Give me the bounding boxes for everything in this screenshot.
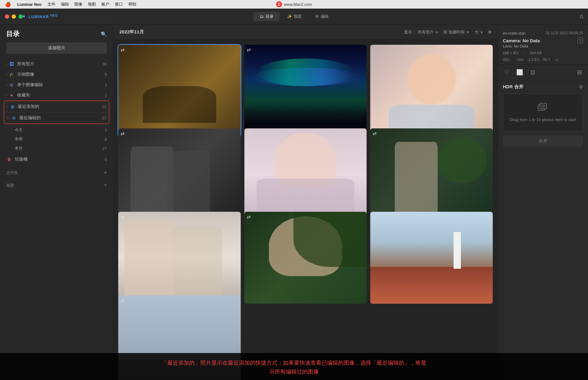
photo-thumb[interactable]: ⇄ <box>244 212 367 304</box>
chevron-right-icon: › <box>7 104 8 109</box>
maximize-button[interactable] <box>18 14 23 19</box>
sidebar-item-trash[interactable]: 🗑 垃圾桶 0 <box>0 154 113 165</box>
hdr-merge-button[interactable]: 合并 <box>503 135 583 146</box>
hdr-drop-text: Drag from 1 to 10 photos here to start <box>510 117 576 123</box>
sidebar-item-recent-added[interactable]: › ⊕ 最近添加的 11 <box>4 101 109 112</box>
exif-row: ISO - - mm -1.0 EV f/0.7 - s <box>503 58 583 62</box>
sidebar-header: 目录 🔍 <box>0 29 113 42</box>
app-name: Luminar Neo <box>17 2 41 7</box>
apple-menu[interactable]: 🍎 <box>5 2 11 7</box>
menubar: 🍎 Luminar Neo 文件 编辑 图像 视图 账户 窗口 帮助 Z www… <box>0 0 588 9</box>
photo-thumb[interactable]: ⇄ <box>370 45 493 137</box>
grid-view-button[interactable]: ⊞ <box>488 30 492 34</box>
photo-thumb[interactable]: ⇄ <box>244 45 367 137</box>
sidebar-item-today[interactable]: 今天 3 <box>0 125 113 135</box>
sort-dropdown[interactable]: 按 拍摄时间 ∨ <box>443 29 469 35</box>
copy-button[interactable]: ⬜ <box>515 68 524 77</box>
search-icon[interactable]: 🔍 <box>101 31 107 37</box>
edit-badge-icon: ⇄ <box>121 298 125 303</box>
hdr-settings-icon[interactable]: ⚙ <box>579 84 583 90</box>
dimensions-label: 689 x 451 <box>503 51 519 55</box>
info-section: en-matte-stan 01 11月 2022 09:56:25 Camer… <box>498 28 588 65</box>
sidebar-item-all-photos[interactable]: › 🖼 所有照片 30 <box>0 59 113 69</box>
info-actions: ♡ ⬜ ⊡ ⊟ <box>498 65 588 80</box>
favorites-icon: ♥ <box>9 92 15 98</box>
filter-value: 所有照片 <box>418 29 434 35</box>
sidebar-item-single-edit[interactable]: › ⊞ 单个图像编辑 3 <box>0 80 113 90</box>
chevron-right-icon: › <box>6 62 7 66</box>
menu-image[interactable]: 图像 <box>74 2 82 7</box>
favorite-button[interactable]: ♡ <box>503 68 510 77</box>
camera-help-button[interactable]: ? <box>578 38 583 43</box>
hdr-title: HDR 合并 <box>503 84 523 90</box>
hdr-drop-zone[interactable]: Drag from 1 to 10 photos here to start <box>503 93 583 132</box>
focal-label: - mm <box>515 58 523 62</box>
iso-label: ISO - <box>503 58 511 62</box>
annotation-line1: 「最近添加的」照片显示在最近添加的快捷方式；如果要快速查看已编辑的图像，选择「最… <box>0 359 588 367</box>
today-label: 今天 <box>15 127 105 133</box>
folders-label: 文件夹 <box>6 170 18 176</box>
trash-icon: 🗑 <box>6 156 12 162</box>
this-month-label: 本月 <box>15 146 103 151</box>
photo-thumb[interactable]: ⇄ <box>244 128 367 220</box>
logo-text: LUMINAR NEO <box>28 14 58 19</box>
sidebar-item-this-week[interactable]: 本周 8 <box>0 135 113 144</box>
bottom-annotation: 「最近添加的」照片显示在最近添加的快捷方式；如果要快速查看已编辑的图像，选择「最… <box>0 353 588 380</box>
edit-badge-icon: ⇄ <box>121 214 125 220</box>
grid-icon: ⊞ <box>488 30 492 34</box>
photo-thumb[interactable]: ⇄ <box>118 212 241 304</box>
tab-edit-icon: ⚙ <box>315 14 319 19</box>
menu-file[interactable]: 文件 <box>47 2 55 7</box>
tab-catalog[interactable]: 🗂 目录 <box>254 12 280 21</box>
close-button[interactable] <box>5 14 9 19</box>
photo-thumb[interactable]: ⇄ <box>118 128 241 220</box>
watermark-url: www.MacZ.com <box>284 2 312 7</box>
photo-thumb[interactable]: ⇄ <box>370 128 493 220</box>
sidebar-item-this-month[interactable]: 本月 27 <box>0 144 113 153</box>
edit-badge-icon: ⇄ <box>487 214 490 219</box>
share-button[interactable]: ⎙ <box>580 14 583 19</box>
sample-icon: 🎓 <box>9 71 15 78</box>
chevron-right-icon: › <box>6 93 7 97</box>
compare-button[interactable]: ⊡ <box>529 68 536 77</box>
hdr-drop-icon <box>537 102 548 114</box>
filter-dropdown[interactable]: 显示： 所有照片 ∨ <box>404 29 439 35</box>
recent-edited-count: 27 <box>102 116 106 120</box>
sample-count: 5 <box>105 72 107 77</box>
menu-account[interactable]: 账户 <box>101 2 109 7</box>
edit-badge-icon: ⇄ <box>487 47 490 52</box>
menu-edit[interactable]: 编辑 <box>61 2 69 7</box>
photo-thumb[interactable]: ⇄ <box>118 45 241 137</box>
annotation-line2: 示所有编辑过的图像 <box>0 367 588 376</box>
filter-label: 显示： <box>404 29 416 35</box>
trash-count: 0 <box>105 157 107 162</box>
menu-window[interactable]: 窗口 <box>115 2 123 7</box>
more-button[interactable]: ⊟ <box>576 68 583 77</box>
traffic-lights <box>5 14 23 19</box>
sidebar-item-favorites[interactable]: › ♥ 收藏夹 1 <box>0 90 113 101</box>
favorites-count: 1 <box>105 93 107 98</box>
tab-edit[interactable]: ⚙ 编辑 <box>309 12 335 21</box>
app-window: ✦ LUMINAR NEO 🗂 目录 ✨ 预置 ⚙ 编辑 ⎙ 目录 🔍 <box>0 9 588 380</box>
sidebar-item-recent-edited[interactable]: ∨ ⚙ 最近编辑的 27 <box>4 112 109 124</box>
favorites-label: 收藏夹 <box>17 93 105 98</box>
titlebar-tabs: 🗂 目录 ✨ 预置 ⚙ 编辑 <box>254 12 335 21</box>
tab-presets[interactable]: ✨ 预置 <box>281 12 308 21</box>
sample-label: 示例图像 <box>17 72 105 77</box>
sidebar-item-sample[interactable]: › 🎓 示例图像 5 <box>0 69 113 80</box>
sidebar-nav: › 🖼 所有照片 30 › 🎓 示例图像 5 › ⊞ 单个图像编辑 <box>0 59 113 375</box>
menu-help[interactable]: 帮助 <box>128 2 136 7</box>
sidebar-title: 目录 <box>6 29 20 39</box>
single-edit-label: 单个图像编辑 <box>17 82 105 88</box>
size-dropdown[interactable]: 大 ∨ <box>474 29 483 35</box>
add-photos-button[interactable]: 添加照片 <box>6 42 107 54</box>
recent-added-icon: ⊕ <box>9 104 15 110</box>
menu-view[interactable]: 视图 <box>88 2 96 7</box>
photo-thumb[interactable]: ⇄ <box>370 212 493 304</box>
minimize-button[interactable] <box>12 14 16 19</box>
add-folder-button[interactable]: + <box>104 169 107 176</box>
datetime-label: 01 11月 2022 09:56:25 <box>546 31 583 36</box>
logo-neo: NEO <box>51 14 58 17</box>
today-count: 3 <box>105 128 107 132</box>
add-album-button[interactable]: + <box>104 182 107 188</box>
